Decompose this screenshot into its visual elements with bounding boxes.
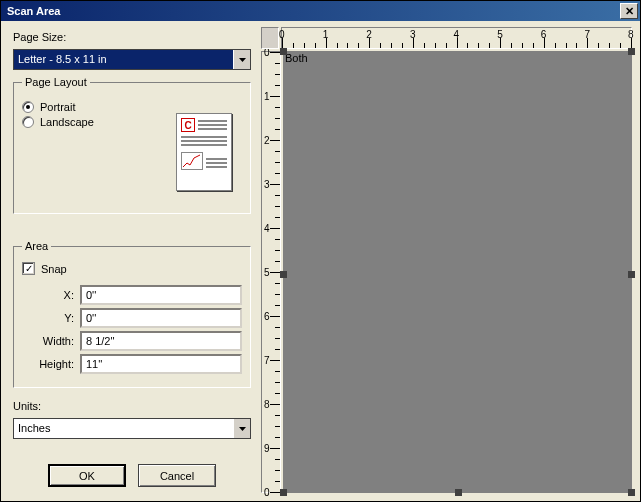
cancel-button[interactable]: Cancel xyxy=(138,464,216,487)
svg-marker-1 xyxy=(239,427,246,431)
page-size-label: Page Size: xyxy=(13,31,251,43)
units-value: Inches xyxy=(14,419,233,438)
selection-handle[interactable] xyxy=(280,271,287,278)
ok-label: OK xyxy=(79,470,95,482)
ruler-tick-label: 9 xyxy=(264,443,270,454)
portrait-label: Portrait xyxy=(40,101,75,113)
radio-icon xyxy=(22,101,34,113)
ruler-tick-label: 7 xyxy=(264,355,270,366)
close-icon: ✕ xyxy=(625,6,634,17)
height-label: Height: xyxy=(22,358,80,370)
vertical-ruler: 01234567890 xyxy=(261,51,281,493)
width-input[interactable] xyxy=(80,331,242,351)
selection-handle[interactable] xyxy=(280,48,287,55)
dropdown-button[interactable] xyxy=(233,50,250,69)
radio-icon xyxy=(22,116,34,128)
y-label: Y: xyxy=(22,312,80,324)
snap-label: Snap xyxy=(41,263,67,275)
settings-pane: Page Size: Letter - 8.5 x 11 in Page Lay… xyxy=(1,21,261,501)
ruler-tick-label: 1 xyxy=(264,91,270,102)
ruler-tick-label: 6 xyxy=(264,311,270,322)
dropdown-button[interactable] xyxy=(233,419,250,438)
portrait-option[interactable]: Portrait xyxy=(22,101,242,113)
page-size-value: Letter - 8.5 x 11 in xyxy=(14,50,233,69)
y-input[interactable] xyxy=(80,308,242,328)
ruler-tick-label: 3 xyxy=(264,179,270,190)
page-size-select[interactable]: Letter - 8.5 x 11 in xyxy=(13,49,251,70)
x-label: X: xyxy=(22,289,80,301)
page-layout-group: Page Layout Portrait Landscape C xyxy=(13,76,251,214)
svg-marker-0 xyxy=(239,58,246,62)
titlebar: Scan Area ✕ xyxy=(1,1,640,21)
height-input[interactable] xyxy=(80,354,242,374)
preview-canvas[interactable]: Both xyxy=(283,51,632,493)
scan-area-dialog: Scan Area ✕ Page Size: Letter - 8.5 x 11… xyxy=(0,0,641,502)
horizontal-ruler: 012345678 xyxy=(281,27,632,49)
selection-handle[interactable] xyxy=(455,489,462,496)
selection-handle[interactable] xyxy=(280,489,287,496)
cancel-label: Cancel xyxy=(160,470,194,482)
window-title: Scan Area xyxy=(7,5,60,17)
ruler-tick-label: 8 xyxy=(264,399,270,410)
ruler-tick-label: 4 xyxy=(264,223,270,234)
x-input[interactable] xyxy=(80,285,242,305)
ok-button[interactable]: OK xyxy=(48,464,126,487)
units-select[interactable]: Inches xyxy=(13,418,251,439)
selection-handle[interactable] xyxy=(628,48,635,55)
close-button[interactable]: ✕ xyxy=(620,3,638,19)
area-legend: Area xyxy=(22,240,51,252)
preview-pane: 012345678 01234567890 Both xyxy=(261,21,640,501)
document-icon: C xyxy=(181,118,195,132)
area-group: Area ✓ Snap X: Y: Width: H xyxy=(13,240,251,388)
snap-checkbox[interactable]: ✓ Snap xyxy=(22,262,242,275)
ruler-tick-label: 0 xyxy=(264,487,270,498)
page-layout-legend: Page Layout xyxy=(22,76,90,88)
page-preview-thumb: C xyxy=(176,113,232,191)
selection-handle[interactable] xyxy=(628,489,635,496)
chevron-down-icon xyxy=(239,58,246,62)
selection-handle[interactable] xyxy=(628,271,635,278)
landscape-label: Landscape xyxy=(40,116,94,128)
channel-label: Both xyxy=(285,52,308,64)
chevron-down-icon xyxy=(239,427,246,431)
width-label: Width: xyxy=(22,335,80,347)
ruler-tick-label: 2 xyxy=(264,135,270,146)
ruler-tick-label: 5 xyxy=(264,267,270,278)
chart-icon xyxy=(181,152,203,170)
checkbox-icon: ✓ xyxy=(22,262,35,275)
units-label: Units: xyxy=(13,400,251,412)
ruler-corner xyxy=(261,27,279,49)
